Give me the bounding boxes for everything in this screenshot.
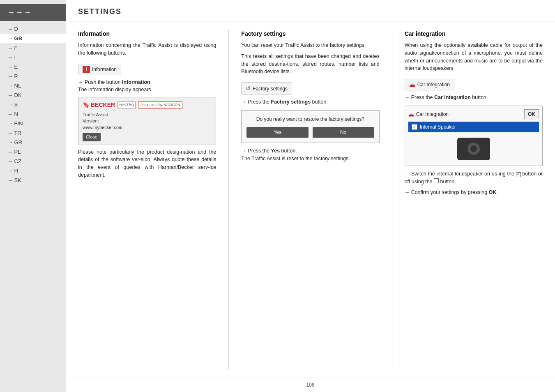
car-integration-header: 🚗 Car Integration OK: [408, 109, 539, 119]
factory-column: Factory settings You can reset your Traf…: [241, 30, 379, 369]
becker-navteq: NAVTEQ: [117, 101, 136, 109]
switch-prefix: → Switch the internal loudspeaker on us-…: [405, 171, 516, 177]
header: SETTINGS: [66, 0, 555, 21]
sidebar-item-s[interactable]: → S: [0, 100, 66, 109]
ok-button[interactable]: OK: [524, 109, 539, 119]
press-yes-bold: Yes: [271, 148, 280, 154]
factory-para2: This resets all settings that have been …: [241, 53, 379, 76]
push-text: → Push the button Information. The infor…: [78, 78, 216, 94]
speaker-image-container: [408, 136, 539, 162]
information-title: Information: [78, 30, 216, 38]
info-button-mockup: i Information: [78, 64, 121, 75]
sidebar-item-gr[interactable]: → GR: [0, 138, 66, 147]
becker-traffic: Traffic Assist: [83, 112, 212, 118]
sidebar-item-tr[interactable]: → TR: [0, 128, 66, 138]
confirm-text: → Confirm your settings by pressing OK.: [405, 189, 543, 196]
confirm-suffix: .: [496, 189, 497, 195]
becker-logo: 🔖 BECKER: [83, 101, 115, 109]
sidebar-items: → D→ GB→ F→ I→ E→ P→ NL→ DK→ S→ N→ FIN→ …: [0, 21, 66, 185]
page-title: SETTINGS: [78, 7, 122, 16]
press-car-prefix: → Press the: [405, 95, 434, 100]
info-icon: i: [83, 66, 90, 73]
sidebar-item-gb[interactable]: → GB: [0, 34, 66, 43]
information-column: Information Information concerning the T…: [78, 30, 216, 369]
yes-button[interactable]: Yes: [246, 127, 308, 138]
car-button-label: Car Integration: [417, 81, 450, 88]
car-panel-title: Car Integration: [416, 111, 449, 118]
sidebar-item-h[interactable]: → H: [0, 166, 66, 175]
sidebar-item-e[interactable]: → E: [0, 62, 66, 71]
sidebar-item-d[interactable]: → D: [0, 24, 66, 34]
page-footer: 106: [66, 378, 555, 392]
close-button[interactable]: Close: [83, 133, 101, 141]
display-text: The information display appears.: [78, 87, 152, 92]
becker-version: Version:: [83, 118, 212, 124]
divider-1: [228, 30, 229, 369]
confirm-prefix: → Confirm your settings by pressing: [405, 189, 489, 195]
no-button[interactable]: No: [313, 127, 374, 138]
car-button-mockup: 🚗 Car Integration: [405, 79, 454, 90]
factory-para1: You can reset your Traffic Assist to the…: [241, 42, 379, 49]
sidebar-item-nl[interactable]: → NL: [0, 81, 66, 90]
becker-screen: 🔖 BECKER NAVTEQ ↗ directed by NAVIGON Tr…: [78, 97, 216, 145]
press-factory-prefix: → Press the: [241, 99, 271, 105]
push-prefix: → Push the button: [78, 79, 122, 85]
sidebar: →→→ → D→ GB→ F→ I→ E→ P→ NL→ DK→ S→ N→ F…: [0, 0, 66, 392]
press-car-suffix: button.: [471, 95, 488, 100]
factory-icon: ↺: [246, 84, 251, 93]
sidebar-item-sk[interactable]: → SK: [0, 175, 66, 185]
information-para1: Information concerning the Traffic Assis…: [78, 42, 216, 57]
switch-suffix: button.: [439, 179, 456, 184]
divider-2: [392, 30, 392, 369]
content-columns: Information Information concerning the T…: [66, 21, 555, 378]
factory-title: Factory settings: [241, 30, 379, 38]
info-button-label: Information: [92, 66, 117, 73]
press-yes-text: → Press the Yes button. The Traffic Assi…: [241, 147, 379, 163]
sidebar-item-p[interactable]: → P: [0, 71, 66, 81]
factory-button-mockup: ↺ Factory settings: [241, 82, 292, 95]
car-integration-panel: 🚗 Car Integration OK ✓ Internal Speaker: [405, 106, 543, 166]
car-integration-header-left: 🚗 Car Integration: [408, 111, 449, 118]
press-yes-suffix: button.: [280, 148, 297, 154]
sidebar-item-f[interactable]: → F: [0, 43, 66, 53]
sidebar-item-pl[interactable]: → PL: [0, 147, 66, 157]
press-car-text: → Press the Car Integration button.: [405, 94, 543, 101]
press-yes-prefix: → Press the: [241, 148, 271, 154]
becker-logo-icon: 🔖: [83, 101, 90, 109]
speaker-checkbox-checked[interactable]: ✓: [412, 124, 417, 130]
becker-logo-text: BECKER: [91, 101, 115, 109]
sidebar-item-n[interactable]: → N: [0, 109, 66, 119]
internal-speaker-row: ✓ Internal Speaker: [408, 122, 539, 132]
internal-speaker-label: Internal Speaker: [420, 123, 456, 131]
press-car-bold: Car Integration: [434, 95, 471, 100]
factory-dialog-text: Do you really want to restore the factor…: [246, 115, 374, 123]
confirm-bold: OK: [489, 189, 497, 195]
car-title: Car integration: [405, 30, 543, 38]
becker-url: www.mybecker.com: [83, 125, 212, 131]
unchecked-icon: [434, 178, 439, 183]
switch-text: → Switch the internal loudspeaker on us-…: [405, 170, 543, 186]
press-factory-text: → Press the Factory settings button.: [241, 98, 379, 106]
sidebar-item-i[interactable]: → I: [0, 53, 66, 62]
sidebar-item-dk[interactable]: → DK: [0, 90, 66, 100]
car-icon: 🚗: [409, 81, 415, 88]
speaker-image: [457, 138, 490, 160]
sidebar-item-fin[interactable]: → FIN: [0, 119, 66, 128]
becker-navgon: ↗ directed by NAVIGON: [138, 101, 182, 109]
main-content: SETTINGS Information Information concern…: [66, 0, 555, 392]
arrows-icon: →→→: [7, 8, 32, 17]
information-para2: Please note particularly the product des…: [78, 148, 216, 179]
checked-icon: ✓: [516, 172, 521, 177]
becker-header: 🔖 BECKER NAVTEQ ↗ directed by NAVIGON: [83, 101, 212, 109]
factory-dialog-buttons: Yes No: [246, 127, 374, 138]
sidebar-item-cz[interactable]: → CZ: [0, 157, 66, 166]
page-wrapper: →→→ → D→ GB→ F→ I→ E→ P→ NL→ DK→ S→ N→ F…: [0, 0, 555, 392]
car-column: Car integration When using the optionall…: [405, 30, 543, 369]
press-factory-bold: Factory settings: [271, 99, 311, 105]
car-header-icon: 🚗: [408, 111, 414, 118]
page-number: 106: [306, 382, 314, 388]
becker-info: Traffic Assist Version: www.mybecker.com: [83, 112, 212, 131]
factory-button-label: Factory settings: [253, 85, 288, 92]
car-para1: When using the optionally available cabl…: [405, 42, 543, 72]
press-factory-suffix: button.: [311, 99, 328, 105]
